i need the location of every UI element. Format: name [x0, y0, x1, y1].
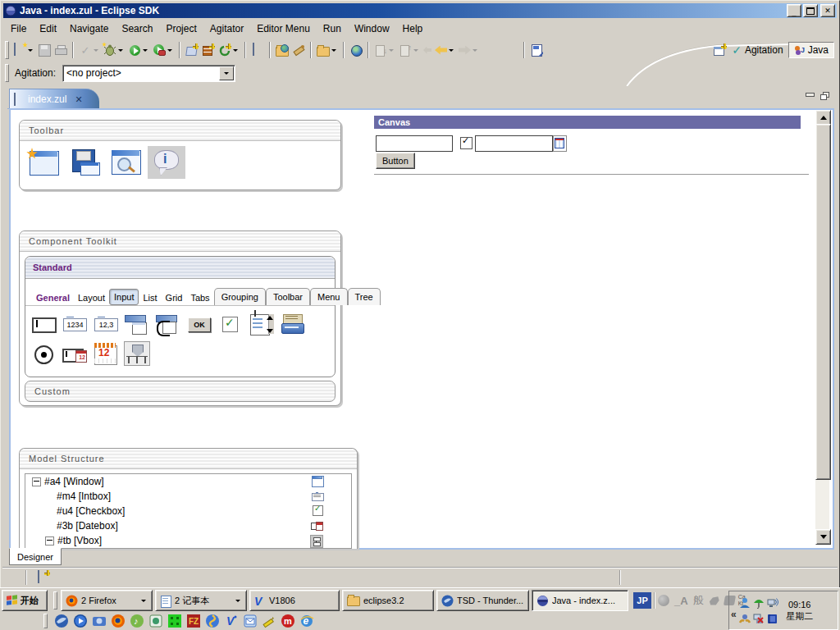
clock[interactable]: 09:16 星期二 — [782, 599, 818, 622]
tray-network-error-icon[interactable] — [753, 613, 765, 624]
button-component-icon[interactable]: OK — [186, 313, 212, 336]
toolbar-grip[interactable] — [5, 41, 9, 59]
designer-tab[interactable]: Designer — [9, 548, 62, 565]
ime-conversion-mode[interactable]: 般 — [693, 593, 704, 608]
print-button[interactable] — [52, 40, 69, 60]
start-button[interactable]: 开始 — [2, 590, 48, 611]
new-package-button[interactable] — [200, 40, 217, 60]
title-bar[interactable]: Java - index.zul - Eclipse SDK _ ✕ — [3, 3, 837, 18]
tab-general[interactable]: General — [32, 290, 74, 305]
taskbar-button-eclipse32-folder[interactable]: eclipse3.2 — [342, 590, 434, 611]
ql-firefox-icon[interactable] — [111, 614, 126, 628]
listbox-component-icon[interactable] — [249, 313, 275, 336]
tray-umbrella-icon[interactable] — [753, 597, 765, 609]
menu-run[interactable]: Run — [317, 21, 348, 36]
tray-collapse-chevron[interactable]: « — [731, 609, 737, 620]
bandbox-component-icon[interactable] — [155, 313, 181, 336]
menu-window[interactable]: Window — [348, 21, 396, 36]
quick-launch-grip[interactable] — [43, 614, 48, 628]
minimize-button[interactable]: _ — [787, 4, 801, 17]
canvas-button[interactable]: Button — [376, 153, 415, 169]
tab-menu[interactable]: Menu — [310, 288, 348, 305]
maximize-button[interactable] — [803, 4, 818, 17]
canvas-checkbox[interactable]: ✓ — [460, 137, 472, 149]
ql-maxthon-icon[interactable]: m — [281, 614, 295, 628]
decimalbox-component-icon[interactable]: 12,3 — [93, 313, 119, 336]
web-browser-button[interactable] — [348, 40, 364, 60]
toolbar-panel-header[interactable]: Toolbar — [20, 121, 340, 141]
tray-user-icon[interactable] — [739, 597, 751, 609]
ql-paint-icon[interactable] — [262, 614, 276, 628]
paging-component-icon[interactable] — [280, 313, 306, 336]
perspective-java[interactable]: J Java — [788, 42, 834, 58]
tree-row[interactable]: #3b [Datebox] — [25, 518, 351, 533]
javadoc-button[interactable] — [290, 40, 307, 60]
agitation-project-combo[interactable]: <no project> — [62, 65, 235, 82]
perspective-agitation[interactable]: ✓ Agitation — [730, 40, 784, 60]
new-window-icon[interactable] — [25, 146, 62, 179]
new-item-status-icon[interactable] — [37, 571, 50, 584]
ime-mic-icon[interactable] — [658, 595, 669, 606]
run-coverage-button[interactable] — [151, 40, 176, 60]
tab-list[interactable]: List — [139, 290, 161, 305]
textbox-component-icon[interactable] — [30, 313, 57, 336]
radio-component-icon[interactable] — [30, 342, 57, 365]
menu-search[interactable]: Search — [115, 21, 159, 36]
collapse-icon[interactable] — [45, 536, 54, 546]
tray-hands-icon[interactable] — [739, 613, 751, 624]
ql-snagit-icon[interactable] — [92, 614, 107, 628]
new-class-button[interactable] — [217, 40, 241, 60]
ql-outlook-icon[interactable] — [243, 614, 258, 628]
canvas-textbox[interactable] — [376, 135, 453, 152]
editor-minimize-icon[interactable] — [806, 92, 814, 99]
info-icon[interactable]: i — [148, 146, 185, 179]
editor-maximize-icon[interactable] — [820, 92, 829, 100]
save-icon[interactable] — [66, 146, 103, 179]
tab-tabs[interactable]: Tabs — [186, 290, 213, 305]
taskbar-button-firefox[interactable]: 2 Firefox — [61, 590, 153, 611]
ql-dreamweaver-icon[interactable] — [148, 614, 163, 628]
tree-row[interactable]: #m4 [Intbox] — [25, 489, 351, 504]
tab-tree[interactable]: Tree — [348, 288, 381, 305]
ql-green-grid-icon[interactable] — [167, 614, 182, 628]
ime-tools-icon[interactable] — [709, 596, 719, 605]
toolbar-grip[interactable] — [5, 64, 9, 82]
editor-tab-index-zul[interactable]: index.zul ✕ — [9, 89, 99, 109]
calendar-component-icon[interactable]: 12 — [93, 342, 119, 365]
ql-music-icon[interactable]: ♪ — [130, 614, 144, 628]
custom-section-header[interactable]: Custom — [25, 381, 336, 402]
next-annotation-button[interactable]: ↓ — [372, 40, 397, 60]
taskbar-button-java-index[interactable]: Java - index.z... — [532, 590, 628, 611]
imagemap-component-icon[interactable] — [124, 341, 150, 366]
menu-project[interactable]: Project — [159, 21, 203, 36]
canvas-datebox-button[interactable] — [553, 135, 567, 152]
menu-agitator[interactable]: Agitator — [203, 21, 250, 36]
ql-filezilla-icon[interactable]: FZ — [186, 614, 201, 628]
taskbar-grip[interactable] — [53, 591, 57, 609]
ql-internet-explorer-icon[interactable]: e — [299, 614, 314, 628]
previous-annotation-button[interactable]: ↑ — [397, 40, 422, 60]
taskbar-button-v1806[interactable]: V V1806 — [249, 590, 340, 611]
console-button[interactable] — [249, 40, 266, 60]
debug-button[interactable] — [102, 40, 126, 60]
ql-msn-icon[interactable] — [205, 614, 220, 628]
standard-section-header[interactable]: Standard — [25, 257, 335, 279]
combo-dropdown-button[interactable] — [219, 66, 234, 80]
new-jar-button[interactable] — [184, 40, 200, 60]
agitate-button[interactable]: ✓ — [77, 40, 102, 60]
folder-menu-button[interactable] — [315, 40, 340, 60]
component-toolkit-header[interactable]: Component Toolkit — [20, 231, 340, 252]
tab-close-icon[interactable]: ✕ — [75, 94, 82, 105]
scroll-thumb[interactable] — [815, 124, 831, 480]
tab-grouping[interactable]: Grouping — [214, 288, 266, 305]
language-jp-button[interactable]: JP — [633, 592, 651, 609]
vertical-scrollbar[interactable] — [815, 110, 829, 545]
collapse-icon[interactable] — [32, 477, 41, 486]
forward-button[interactable] — [457, 40, 481, 60]
ime-input-mode[interactable]: _A — [674, 595, 688, 607]
tray-book-icon[interactable] — [767, 613, 778, 624]
open-type-button[interactable] — [274, 40, 290, 60]
model-structure-header[interactable]: Model Structure — [20, 449, 357, 469]
canvas-datebox[interactable] — [475, 135, 553, 152]
scroll-down-button[interactable] — [815, 529, 831, 545]
